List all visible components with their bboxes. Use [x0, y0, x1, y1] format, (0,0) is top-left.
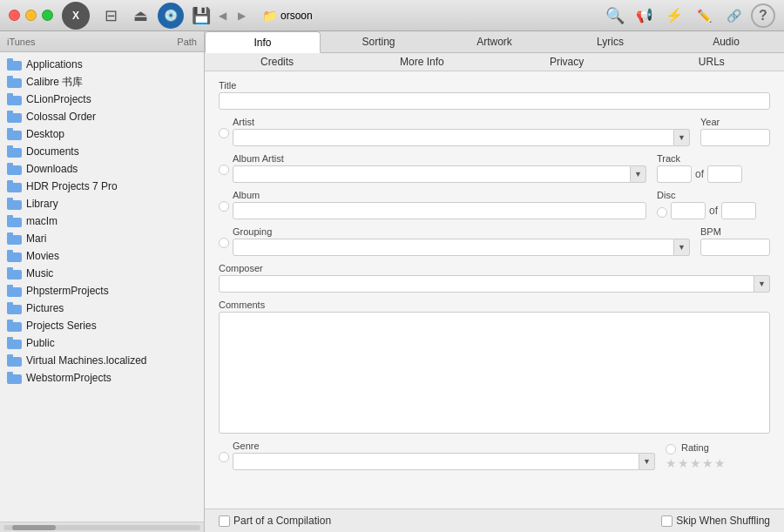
album-input[interactable] [233, 202, 646, 219]
composer-dropdown-arrow[interactable]: ▼ [754, 275, 770, 293]
compilation-checkbox[interactable] [219, 515, 230, 527]
star-4[interactable]: ★ [702, 456, 713, 470]
toolbar-icons: ⊟ ⏏ 💿 💾 [98, 3, 213, 29]
folder-icon [7, 285, 23, 297]
album-artist-dropdown-arrow[interactable]: ▼ [631, 165, 646, 183]
sidebar-item[interactable]: Desktop [0, 125, 204, 143]
horizontal-scrollbar[interactable] [3, 525, 200, 530]
tab-sorting[interactable]: Sorting [321, 31, 436, 52]
minimize-button[interactable] [25, 10, 37, 21]
sidebar-header: iTunes Path [0, 31, 204, 52]
track-of-input[interactable] [707, 165, 742, 183]
disc-input[interactable] [671, 202, 706, 219]
tab-info[interactable]: Info [205, 31, 321, 53]
sub-tab-credits[interactable]: Credits [205, 53, 349, 71]
sidebar-item[interactable]: Library [0, 195, 204, 212]
sidebar-item[interactable]: macIm [0, 212, 204, 230]
nav-forward[interactable]: ▶ [233, 7, 250, 24]
genre-rating-row: Genre ▼ Rating ★ ★ ★ [219, 441, 770, 470]
sidebar-item-label: Projects Series [26, 320, 97, 332]
title-input[interactable] [219, 92, 770, 110]
disc-row: of [657, 202, 770, 219]
folder-icon [7, 215, 23, 227]
folder-icon [7, 320, 23, 332]
composer-label: Composer [219, 263, 770, 273]
track-input[interactable] [657, 165, 692, 183]
close-button[interactable] [9, 10, 20, 21]
sub-tab-moreinfo[interactable]: More Info [349, 53, 494, 71]
bpm-input[interactable] [700, 239, 770, 256]
year-input[interactable] [700, 129, 770, 146]
save-icon[interactable]: 💾 [189, 3, 213, 28]
grouping-bpm-row: Grouping ▼ BPM [219, 226, 770, 256]
sidebar-item[interactable]: Mari [0, 230, 204, 247]
sidebar-item[interactable]: Movies [0, 247, 204, 265]
window-controls [9, 10, 53, 21]
disc-group: Disc of [657, 190, 770, 219]
sidebar-item-label: Public [26, 337, 55, 349]
sidebar-item[interactable]: Applications [0, 56, 204, 73]
star-2[interactable]: ★ [678, 456, 689, 470]
nav-back[interactable]: ◀ [213, 7, 231, 24]
grouping-field-group: Grouping ▼ [233, 226, 690, 256]
album-radio[interactable] [219, 201, 229, 212]
tab-artwork[interactable]: Artwork [436, 31, 552, 52]
main-tabs: Info Sorting Artwork Lyrics Audio [205, 31, 784, 53]
rating-stars[interactable]: ★ ★ ★ ★ ★ [666, 456, 770, 470]
maximize-button[interactable] [42, 10, 53, 21]
genre-dropdown-arrow[interactable]: ▼ [639, 453, 655, 470]
composer-input[interactable] [219, 275, 754, 293]
tab-audio[interactable]: Audio [668, 31, 784, 52]
star-1[interactable]: ★ [666, 456, 677, 470]
artist-dropdown-arrow[interactable]: ▼ [674, 129, 690, 146]
sidebar-item[interactable]: Virtual Machines.localized [0, 352, 204, 369]
folder-icon [7, 267, 23, 279]
sidebar-item-label: Documents [26, 145, 79, 158]
grouping-dropdown-arrow[interactable]: ▼ [674, 239, 690, 256]
back-button[interactable]: ⊟ [98, 3, 123, 28]
disc-of-label: of [709, 205, 718, 217]
sidebar-item[interactable]: HDR Projects 7 Pro [0, 178, 204, 195]
sidebar-item[interactable]: Colossal Order [0, 108, 204, 125]
sidebar-item-label: Applications [26, 58, 83, 71]
genre-radio[interactable] [219, 452, 229, 462]
album-artist-radio[interactable] [219, 165, 229, 175]
comments-textarea[interactable] [219, 312, 770, 434]
sidebar-item[interactable]: Downloads [0, 160, 204, 178]
sidebar-item[interactable]: Projects Series [0, 317, 204, 334]
album-artist-input[interactable] [233, 165, 631, 183]
lightning-icon[interactable]: ⚡ [662, 3, 686, 28]
link-icon[interactable]: 🔗 [721, 3, 746, 28]
rating-radio[interactable] [666, 444, 676, 455]
sidebar-item[interactable]: WebstormProjects [0, 369, 204, 387]
sidebar-item[interactable]: Music [0, 265, 204, 282]
skip-shuffling-checkbox[interactable] [661, 515, 672, 527]
edit-icon[interactable]: ✏️ [692, 3, 716, 28]
speaker-icon[interactable]: 📢 [632, 3, 657, 28]
grouping-radio[interactable] [219, 238, 229, 248]
artist-field-group: Artist ▼ [233, 117, 690, 146]
sub-tab-privacy[interactable]: Privacy [495, 53, 639, 71]
folder-icon [7, 302, 23, 314]
genre-input[interactable] [233, 453, 639, 470]
artist-input[interactable] [233, 129, 674, 146]
sidebar-item[interactable]: PhpstermProjects [0, 282, 204, 300]
tab-lyrics[interactable]: Lyrics [552, 31, 668, 52]
sub-tab-urls[interactable]: URLs [639, 53, 784, 71]
star-3[interactable]: ★ [690, 456, 701, 470]
artist-radio[interactable] [219, 128, 229, 138]
star-5[interactable]: ★ [714, 456, 726, 470]
bottom-bar: Part of a Compilation Skip When Shufflin… [205, 508, 784, 532]
disc-radio[interactable] [657, 207, 667, 218]
sidebar-item[interactable]: CLionProjects [0, 91, 204, 108]
help-button[interactable]: ? [751, 3, 775, 28]
zoom-icon[interactable]: 🔍 [603, 3, 627, 28]
sidebar-item[interactable]: Documents [0, 143, 204, 160]
grouping-input[interactable] [233, 239, 674, 256]
folder-icon [7, 163, 23, 175]
breadcrumb: 📁 orsoon [262, 9, 313, 23]
sidebar-item[interactable]: Public [0, 334, 204, 352]
sidebar-item[interactable]: Pictures [0, 300, 204, 317]
sidebar-item[interactable]: Calibre 书库 [0, 73, 204, 91]
disc-of-input[interactable] [721, 202, 756, 219]
